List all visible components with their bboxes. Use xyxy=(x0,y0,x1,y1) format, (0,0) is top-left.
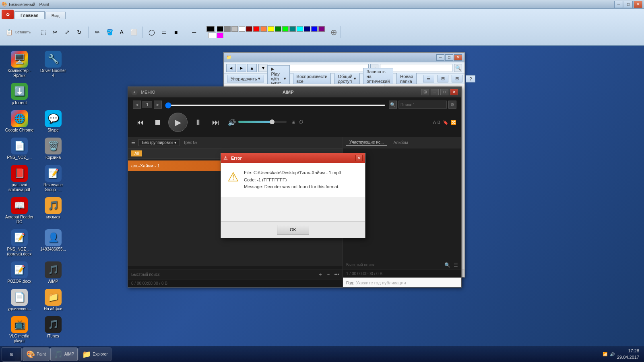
color-blue[interactable] xyxy=(311,26,318,32)
paint-minimize-button[interactable]: ─ xyxy=(614,1,623,8)
taskbar-aimp-item[interactable]: 🎵 AIMP xyxy=(50,348,78,361)
aimp-playlist-selector[interactable]: 1 xyxy=(142,101,152,108)
rotate-button[interactable]: ↻ xyxy=(74,27,85,38)
aimp-progress-slider[interactable] xyxy=(165,105,386,106)
desktop-icon-rezervace[interactable]: 📝 Rezervace Group -... xyxy=(37,163,69,194)
edit-colors-button[interactable]: ⊕ xyxy=(330,27,337,37)
color-green[interactable] xyxy=(275,26,281,32)
desktop-icon-google-chrome[interactable]: 🌐 Google Chrome xyxy=(3,109,35,134)
desktop-icon-pracovni[interactable]: 📕 pracovni smlouva.pdf xyxy=(3,163,35,194)
taskbar-paint-item[interactable]: 🎨 Paint xyxy=(23,348,50,361)
desktop-icon-pozor[interactable]: 📝 POZOR.docx xyxy=(3,260,35,286)
explorer-help-button[interactable]: ? xyxy=(466,75,475,82)
system-clock[interactable]: 17:28 29.04.2017 xyxy=(617,348,639,360)
color-teal[interactable] xyxy=(289,26,296,32)
pencil-button[interactable]: ✏ xyxy=(92,27,103,38)
playlist-hscrollbar[interactable] xyxy=(128,266,343,269)
share-button[interactable]: Общий доступ ▾ xyxy=(334,73,359,85)
brush-size-button[interactable]: ─ xyxy=(188,27,200,38)
organize-button[interactable]: Упорядочить ▾ xyxy=(227,75,264,82)
desktop-icon-muzyka[interactable]: 🎵 музыка xyxy=(37,195,69,226)
aimp-play-button[interactable]: ▶ xyxy=(168,113,188,132)
more-options-button[interactable]: ••• xyxy=(334,272,339,278)
paint-tab-view[interactable]: Вид xyxy=(45,12,66,19)
color-darkred[interactable] xyxy=(246,26,252,32)
ok-button[interactable]: OK xyxy=(277,225,309,234)
desktop-icon-skype[interactable]: 💬 Skype xyxy=(37,109,69,134)
text-button[interactable]: A xyxy=(116,27,127,38)
aimp-search-icon[interactable]: 🔍 xyxy=(389,101,397,109)
desktop-icon-1493486655[interactable]: 👤 1493486655... xyxy=(37,228,69,258)
taskbar-explorer-item[interactable]: 📁 Explorer xyxy=(78,348,111,361)
aimp-close-button[interactable]: ✕ xyxy=(450,89,458,95)
paint-color1[interactable] xyxy=(206,26,215,32)
desktop-icon-acrobat[interactable]: 📖 Acrobat Reader DC xyxy=(3,195,35,226)
explorer-maximize-button[interactable]: □ xyxy=(445,54,453,61)
view-list-button[interactable]: ☰ xyxy=(423,75,434,82)
paint-color2[interactable] xyxy=(208,33,216,38)
fill-button[interactable]: 🪣 xyxy=(104,27,115,38)
aimp-ab-button[interactable]: A-B xyxy=(433,120,440,125)
color-lime[interactable] xyxy=(282,26,289,32)
aimp-search-input[interactable] xyxy=(398,101,447,109)
paint-maximize-button[interactable]: □ xyxy=(624,1,633,8)
desktop-icon-driver-booster[interactable]: 🔧 Driver Booster 4 xyxy=(37,49,69,80)
outline-button[interactable]: ▭ xyxy=(158,27,169,38)
hamburger-icon[interactable]: ☰ xyxy=(131,140,135,145)
desktop-icon-pns-noz[interactable]: 📄 PNS_NOZ_... xyxy=(3,136,35,162)
color-navy[interactable] xyxy=(304,26,310,32)
color-purple[interactable] xyxy=(318,26,325,32)
color-orange[interactable] xyxy=(260,26,267,32)
remove-track-button[interactable]: － xyxy=(326,271,331,278)
crop-button[interactable]: ✂ xyxy=(50,27,61,38)
paint-tab-home[interactable]: Главная xyxy=(14,11,45,19)
error-close-button[interactable]: ✕ xyxy=(355,155,363,161)
desktop-icon-korzina[interactable]: 🗑️ Корзина xyxy=(37,136,69,162)
right-panel-tab-album[interactable]: Альбом xyxy=(390,140,411,146)
desktop-icon-udlinennoe[interactable]: 📄 удлиненно... xyxy=(3,287,35,313)
aimp-prev-playlist-button[interactable]: ◄ xyxy=(133,101,141,109)
new-folder-button[interactable]: Новая папка xyxy=(396,73,417,85)
add-track-button[interactable]: ＋ xyxy=(318,271,323,278)
aimp-stop-button[interactable]: ⏹ xyxy=(151,115,165,130)
all-filter-button[interactable]: All xyxy=(131,150,142,156)
color-magenta[interactable] xyxy=(217,33,223,38)
aimp-next-playlist-button[interactable]: ► xyxy=(154,101,162,109)
desktop-icon-utorrent[interactable]: ⬇️ µTorrent xyxy=(3,81,35,107)
aimp-layout-button[interactable]: ⊞ xyxy=(421,89,429,95)
right-panel-search-button[interactable]: 🔍 xyxy=(444,262,450,268)
color-yellow[interactable] xyxy=(268,26,274,32)
aimp-shuffle-button[interactable]: 🔀 xyxy=(451,120,456,125)
start-button[interactable]: ⊞ xyxy=(2,347,22,362)
aimp-pause-button[interactable]: ⏸ xyxy=(191,115,205,130)
group-by-selector[interactable]: Без группировки ▾ xyxy=(138,139,180,146)
desktop-icon-na-ajfon[interactable]: 📁 На айфон xyxy=(37,287,69,313)
aimp-maximize-button[interactable]: □ xyxy=(440,89,448,95)
color-black[interactable] xyxy=(217,26,223,32)
aimp-prev-button[interactable]: ⏮ xyxy=(133,115,147,130)
explorer-back-button[interactable]: ◄ xyxy=(226,64,236,72)
aimp-menu-label[interactable]: МЕНЮ xyxy=(141,90,155,95)
right-panel-tab-participants[interactable]: Участвующие ис... xyxy=(346,139,387,146)
desktop-icon-itunes[interactable]: 🎵 iTunes xyxy=(37,315,69,345)
shapes-button[interactable]: ◯ xyxy=(146,27,157,38)
aimp-settings-icon[interactable]: ⚙ xyxy=(448,101,456,109)
desktop-icon-vlc[interactable]: 📺 VLC media player xyxy=(3,315,35,345)
view-details-button[interactable]: ⊞ xyxy=(438,75,448,82)
explorer-up-button[interactable]: ▲ xyxy=(247,64,257,72)
color-gray[interactable] xyxy=(224,26,231,32)
desktop-icon-computer[interactable]: 🖥️ Компьютер - Ярлык xyxy=(3,49,35,80)
color-cyan[interactable] xyxy=(297,26,303,32)
select-button[interactable]: ⬚ xyxy=(37,27,49,38)
eraser-button[interactable]: ⬜ xyxy=(128,27,139,38)
desktop-icon-pns-noz-2[interactable]: 📝 PNS_NOZ_... (oprava).docx xyxy=(3,228,35,258)
explorer-forward-button[interactable]: ► xyxy=(237,64,246,72)
color-silver[interactable] xyxy=(231,26,238,32)
search-button[interactable]: 🔍 xyxy=(454,64,462,72)
explorer-close-button[interactable]: ✕ xyxy=(454,54,462,61)
aimp-next-button[interactable]: ⏭ xyxy=(208,115,223,130)
right-panel-menu-button[interactable]: ☰ xyxy=(454,262,458,268)
color-red[interactable] xyxy=(253,26,260,32)
paint-home-orb[interactable]: ✿ xyxy=(2,10,14,19)
explorer-minimize-button[interactable]: ─ xyxy=(436,54,444,61)
